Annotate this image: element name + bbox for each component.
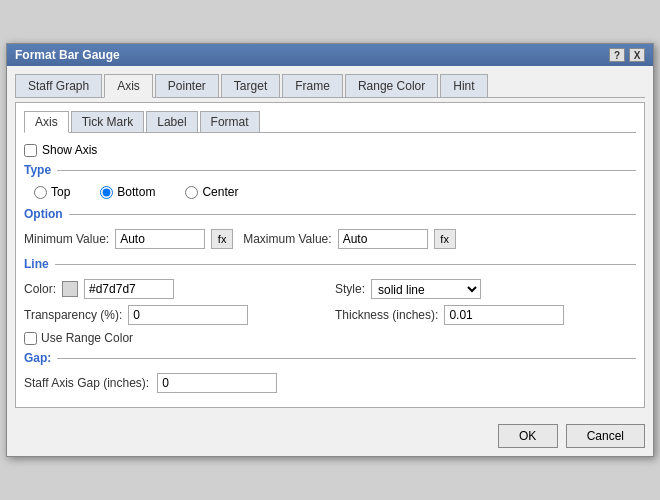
transparency-row: Transparency (%): <box>24 305 325 325</box>
dialog-title: Format Bar Gauge <box>15 48 120 62</box>
gap-row: Staff Axis Gap (inches): <box>24 373 636 393</box>
show-axis-label: Show Axis <box>42 143 97 157</box>
max-value-label: Maximum Value: <box>243 232 331 246</box>
type-center-label: Center <box>202 185 238 199</box>
max-fx-button[interactable]: fx <box>434 229 456 249</box>
type-top-radio[interactable] <box>34 186 47 199</box>
tab-pointer[interactable]: Pointer <box>155 74 219 97</box>
inner-tab-axis[interactable]: Axis <box>24 111 69 133</box>
inner-tab-tick-mark[interactable]: Tick Mark <box>71 111 145 132</box>
style-label: Style: <box>335 282 365 296</box>
transparency-input[interactable] <box>128 305 248 325</box>
gap-divider: Gap: <box>24 351 636 365</box>
use-range-label: Use Range Color <box>41 331 133 345</box>
type-top[interactable]: Top <box>34 185 70 199</box>
min-fx-button[interactable]: fx <box>211 229 233 249</box>
inner-tabs: Axis Tick Mark Label Format <box>24 111 636 133</box>
cancel-button[interactable]: Cancel <box>566 424 645 448</box>
option-section-label: Option <box>24 207 63 221</box>
type-divider: Type <box>24 163 636 177</box>
tab-target[interactable]: Target <box>221 74 280 97</box>
dialog-titlebar: Format Bar Gauge ? X <box>7 44 653 66</box>
type-bottom[interactable]: Bottom <box>100 185 155 199</box>
type-center[interactable]: Center <box>185 185 238 199</box>
option-row: Minimum Value: fx Maximum Value: fx <box>24 229 636 249</box>
option-divider: Option <box>24 207 636 221</box>
inner-panel: Axis Tick Mark Label Format Show Axis Ty… <box>15 102 645 408</box>
tab-hint[interactable]: Hint <box>440 74 487 97</box>
gap-input[interactable] <box>157 373 277 393</box>
transparency-label: Transparency (%): <box>24 308 122 322</box>
outer-tabs: Staff Graph Axis Pointer Target Frame Ra… <box>15 74 645 98</box>
min-value-label: Minimum Value: <box>24 232 109 246</box>
min-value-input[interactable] <box>115 229 205 249</box>
show-axis-row: Show Axis <box>24 143 636 157</box>
tab-axis[interactable]: Axis <box>104 74 153 98</box>
line-divider: Line <box>24 257 636 271</box>
show-axis-checkbox[interactable] <box>24 144 37 157</box>
color-row: Color: <box>24 279 325 299</box>
line-section-label: Line <box>24 257 49 271</box>
type-bottom-label: Bottom <box>117 185 155 199</box>
thickness-input[interactable] <box>444 305 564 325</box>
dialog-footer: OK Cancel <box>7 416 653 456</box>
type-row: Top Bottom Center <box>24 185 636 199</box>
ok-button[interactable]: OK <box>498 424 558 448</box>
format-bar-gauge-dialog: Format Bar Gauge ? X Staff Graph Axis Po… <box>6 43 654 457</box>
color-label: Color: <box>24 282 56 296</box>
titlebar-controls: ? X <box>609 48 645 62</box>
type-bottom-radio[interactable] <box>100 186 113 199</box>
gap-field-label: Staff Axis Gap (inches): <box>24 376 149 390</box>
tab-range-color[interactable]: Range Color <box>345 74 438 97</box>
thickness-row: Thickness (inches): <box>335 305 636 325</box>
inner-tab-label[interactable]: Label <box>146 111 197 132</box>
style-select[interactable]: solid line dashed line dotted line <box>371 279 481 299</box>
style-row: Style: solid line dashed line dotted lin… <box>335 279 636 299</box>
tab-frame[interactable]: Frame <box>282 74 343 97</box>
line-grid: Color: Style: solid line dashed line dot… <box>24 279 636 325</box>
help-button[interactable]: ? <box>609 48 625 62</box>
dialog-body: Staff Graph Axis Pointer Target Frame Ra… <box>7 66 653 416</box>
inner-tab-format[interactable]: Format <box>200 111 260 132</box>
use-range-row: Use Range Color <box>24 331 636 345</box>
close-button[interactable]: X <box>629 48 645 62</box>
color-swatch[interactable] <box>62 281 78 297</box>
type-center-radio[interactable] <box>185 186 198 199</box>
type-top-label: Top <box>51 185 70 199</box>
min-value-group: Minimum Value: fx <box>24 229 233 249</box>
use-range-checkbox[interactable] <box>24 332 37 345</box>
tab-staff-graph[interactable]: Staff Graph <box>15 74 102 97</box>
color-input[interactable] <box>84 279 174 299</box>
gap-section-label: Gap: <box>24 351 51 365</box>
max-value-input[interactable] <box>338 229 428 249</box>
max-value-group: Maximum Value: fx <box>243 229 455 249</box>
thickness-label: Thickness (inches): <box>335 308 438 322</box>
type-section-label: Type <box>24 163 51 177</box>
